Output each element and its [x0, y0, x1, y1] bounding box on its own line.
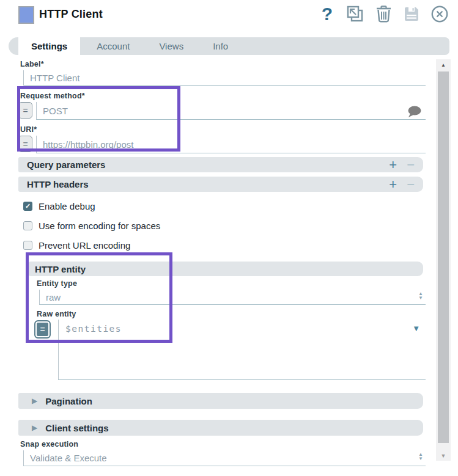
remove-row-icon[interactable]: − — [407, 158, 415, 172]
request-method-input[interactable]: POST — [36, 102, 426, 120]
prevent-url-encoding-row: Prevent URL encoding — [23, 240, 426, 251]
add-row-icon[interactable]: + — [389, 158, 397, 172]
spinner-icon[interactable]: ▲ ▼ — [418, 452, 423, 461]
header-toolbar: ? — [318, 4, 449, 24]
query-parameters-actions: + − — [389, 158, 423, 172]
scroll-down-button[interactable]: ▼ — [436, 453, 451, 459]
client-settings-title: Client settings — [45, 423, 108, 433]
tab-bar: Settings Account Views Info — [9, 37, 449, 55]
raw-entity-label: Raw entity — [37, 310, 426, 318]
help-icon: ? — [322, 5, 333, 23]
raw-entity-expression-toggle[interactable]: = — [34, 320, 51, 339]
prevent-url-encoding-label: Prevent URL encoding — [39, 240, 130, 251]
pagination-section[interactable]: ▶ Pagination — [18, 393, 423, 409]
prevent-url-encoding-checkbox[interactable] — [23, 241, 32, 250]
http-entity-title: HTTP entity — [29, 264, 86, 274]
uri-row: = https://httpbin.org/post — [18, 136, 426, 153]
scroll-up-button[interactable]: ▲ — [436, 59, 451, 71]
settings-panel: Label* HTTP Client Request method* = POS… — [18, 59, 426, 466]
snap-execution-value: Validate & Execute — [30, 453, 107, 463]
delete-button[interactable] — [374, 4, 393, 24]
remove-row-icon[interactable]: − — [407, 178, 415, 191]
uri-input[interactable]: https://httpbin.org/post — [36, 136, 426, 153]
dialog-title: HTTP Client — [39, 8, 103, 21]
form-encoding-label: Use form encoding for spaces — [39, 221, 160, 231]
equals-icon: = — [40, 324, 45, 334]
close-button[interactable] — [430, 4, 449, 24]
uri-label: URI* — [20, 125, 426, 134]
spinner-down-icon: ▼ — [418, 296, 423, 300]
request-method-row: = POST — [18, 102, 426, 120]
popout-button[interactable] — [346, 4, 364, 24]
check-icon: ✓ — [25, 202, 31, 210]
query-parameters-section[interactable]: Query parameters + − — [18, 157, 423, 172]
scrollbar-thumb[interactable] — [438, 71, 449, 443]
snap-execution-select[interactable]: Validate & Execute ▲ ▼ — [23, 450, 426, 466]
request-method-value: POST — [43, 106, 68, 116]
equals-icon: = — [23, 139, 28, 149]
http-headers-section[interactable]: HTTP headers + − — [18, 177, 423, 192]
http-headers-title: HTTP headers — [18, 179, 89, 189]
entity-type-label: Entity type — [37, 279, 426, 288]
spinner-down-icon: ▼ — [418, 456, 423, 461]
snap-execution-label: Snap execution — [20, 440, 426, 449]
scroll-down-icon: ▼ — [441, 453, 446, 459]
snap-icon — [18, 6, 34, 24]
label-field-label: Label* — [20, 60, 426, 68]
entity-type-value: raw — [46, 292, 61, 302]
entity-type-select[interactable]: raw ▲ ▼ — [39, 290, 426, 305]
request-method-expression-toggle[interactable]: = — [18, 102, 32, 119]
expand-arrow-icon: ▶ — [32, 423, 37, 432]
http-entity-section: HTTP entity — [29, 262, 423, 276]
suggest-caret-icon[interactable]: ▼ — [412, 324, 420, 333]
client-settings-section[interactable]: ▶ Client settings — [18, 420, 423, 436]
tab-info-label: Info — [213, 41, 228, 51]
tab-settings[interactable]: Settings — [18, 37, 80, 55]
trash-icon — [375, 5, 392, 23]
uri-value: https://httpbin.org/post — [43, 139, 133, 150]
enable-debug-row: ✓ Enable debug — [23, 201, 426, 211]
label-field-value: HTTP Client — [30, 73, 79, 83]
label-field-input[interactable]: HTTP Client — [23, 70, 426, 86]
query-parameters-title: Query parameters — [18, 159, 105, 170]
tab-settings-label: Settings — [31, 41, 67, 51]
scroll-up-icon: ▲ — [441, 62, 446, 68]
form-encoding-checkbox[interactable] — [23, 221, 32, 230]
tab-account[interactable]: Account — [84, 37, 142, 55]
add-row-icon[interactable]: + — [389, 178, 397, 191]
tab-info[interactable]: Info — [200, 37, 241, 55]
raw-entity-editor[interactable]: $entities ▼ — [58, 320, 426, 380]
comment-bubble-icon[interactable] — [406, 105, 422, 119]
equals-icon: = — [23, 106, 28, 115]
tab-account-label: Account — [97, 41, 130, 51]
popout-icon — [346, 5, 364, 23]
form-encoding-row: Use form encoding for spaces — [23, 221, 426, 231]
save-icon — [403, 5, 420, 23]
enable-debug-label: Enable debug — [39, 201, 95, 211]
close-icon — [430, 5, 449, 23]
save-button[interactable] — [402, 4, 421, 24]
help-button[interactable]: ? — [318, 4, 336, 24]
request-method-label: Request method* — [20, 92, 426, 100]
http-headers-actions: + − — [389, 178, 423, 191]
tab-views-label: Views — [159, 41, 183, 51]
raw-entity-value: $entities — [65, 324, 122, 334]
uri-expression-toggle[interactable]: = — [18, 136, 32, 152]
expand-arrow-icon: ▶ — [32, 397, 37, 405]
enable-debug-checkbox[interactable]: ✓ — [23, 202, 32, 211]
tab-views[interactable]: Views — [146, 37, 196, 55]
vertical-scrollbar[interactable]: ▲ ▼ — [436, 59, 451, 461]
pagination-title: Pagination — [45, 396, 92, 406]
raw-entity-area: = $entities ▼ — [34, 320, 426, 380]
spinner-icon[interactable]: ▲ ▼ — [418, 291, 423, 300]
